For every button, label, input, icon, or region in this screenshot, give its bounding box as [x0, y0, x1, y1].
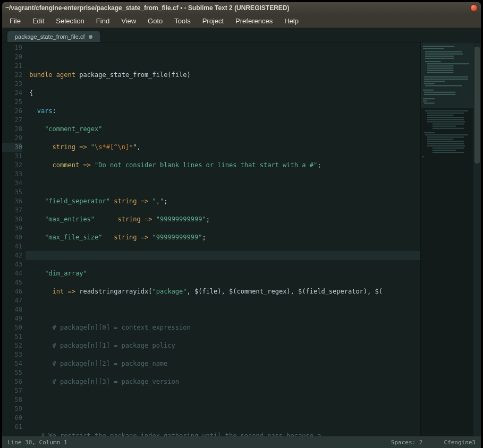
line-number-gutter[interactable]: 1920212223242526272829303132333435363738…	[2, 42, 26, 436]
line-number: 41	[2, 242, 22, 251]
svg-rect-29	[427, 121, 465, 122]
app-window: ~/vagrant/cfengine-enterprise/package_st…	[2, 2, 481, 448]
svg-rect-20	[424, 94, 455, 95]
tab-bar: package_state_from_file.cf	[2, 28, 481, 42]
line-number: 58	[2, 395, 22, 404]
line-number: 56	[2, 377, 22, 386]
line-number: 23	[2, 80, 22, 89]
status-indent[interactable]: Spaces: 2	[391, 439, 423, 446]
line-number: 49	[2, 314, 22, 323]
svg-rect-43	[422, 156, 424, 157]
line-number: 43	[2, 260, 22, 269]
svg-rect-32	[433, 128, 464, 129]
line-number: 45	[2, 278, 22, 287]
line-number: 46	[2, 287, 22, 296]
line-number: 38	[2, 215, 22, 224]
svg-rect-40	[433, 148, 464, 149]
line-number: 24	[2, 89, 22, 98]
titlebar[interactable]: ~/vagrant/cfengine-enterprise/package_st…	[2, 2, 481, 14]
status-syntax[interactable]: Cfengine3	[444, 439, 476, 446]
line-number: 47	[2, 296, 22, 305]
line-number: 39	[2, 224, 22, 233]
menu-goto[interactable]: Goto	[142, 15, 168, 27]
editor: 1920212223242526272829303132333435363738…	[2, 42, 481, 436]
menubar: File Edit Selection Find View Goto Tools…	[2, 14, 481, 28]
line-number: 34	[2, 179, 22, 188]
menu-find[interactable]: Find	[91, 15, 115, 27]
close-icon[interactable]	[470, 4, 478, 12]
line-number: 21	[2, 62, 22, 71]
line-number: 29	[2, 134, 22, 143]
line-number: 28	[2, 125, 22, 134]
menu-project[interactable]: Project	[197, 15, 229, 27]
line-number: 52	[2, 341, 22, 350]
svg-rect-27	[427, 117, 464, 118]
menu-view[interactable]: View	[116, 15, 141, 27]
svg-rect-1	[423, 46, 454, 47]
line-number: 48	[2, 305, 22, 314]
svg-rect-13	[424, 76, 468, 77]
menu-selection[interactable]: Selection	[50, 15, 89, 27]
line-number: 50	[2, 323, 22, 332]
svg-rect-38	[427, 143, 464, 144]
menu-file[interactable]: File	[4, 15, 26, 27]
line-number: 20	[2, 53, 22, 62]
code-area[interactable]: bundle agent package_state_from_file(fil…	[26, 42, 420, 436]
menu-help[interactable]: Help	[279, 15, 304, 27]
svg-rect-15	[424, 81, 445, 82]
svg-rect-12	[427, 72, 454, 73]
svg-rect-30	[433, 124, 464, 125]
line-number: 33	[2, 170, 22, 179]
menu-tools[interactable]: Tools	[169, 15, 196, 27]
svg-rect-7	[425, 61, 441, 62]
line-number: 36	[2, 197, 22, 206]
svg-rect-35	[427, 136, 464, 137]
line-number: 40	[2, 233, 22, 242]
svg-rect-16	[424, 83, 435, 84]
svg-rect-25	[427, 113, 464, 114]
line-number: 37	[2, 206, 22, 215]
svg-rect-33	[424, 132, 435, 133]
svg-rect-37	[427, 141, 464, 142]
minimap[interactable]	[420, 42, 473, 436]
svg-rect-21	[423, 98, 435, 99]
vertical-scrollbar[interactable]	[473, 42, 481, 436]
menu-preferences[interactable]: Preferences	[230, 15, 278, 27]
minimap-icon	[421, 42, 473, 436]
svg-rect-39	[427, 145, 465, 147]
svg-rect-17	[425, 85, 462, 86]
svg-rect-41	[433, 150, 456, 151]
window-title: ~/vagrant/cfengine-enterprise/package_st…	[5, 4, 470, 12]
line-number: 31	[2, 152, 22, 161]
scrollbar-thumb[interactable]	[474, 47, 480, 163]
line-number: 25	[2, 98, 22, 107]
tab-label: package_state_from_file.cf	[15, 33, 84, 40]
svg-rect-5	[425, 56, 454, 57]
line-number: 30	[2, 143, 22, 152]
svg-rect-6	[425, 58, 454, 59]
line-number: 42	[2, 251, 22, 260]
line-number: 53	[2, 350, 22, 359]
svg-rect-42	[433, 152, 464, 153]
svg-rect-19	[424, 92, 455, 93]
svg-rect-9	[427, 65, 454, 66]
svg-rect-22	[423, 100, 427, 101]
svg-rect-18	[423, 90, 434, 91]
svg-rect-34	[425, 134, 468, 135]
line-number: 55	[2, 368, 22, 377]
line-number: 60	[2, 413, 22, 423]
line-number: 19	[2, 44, 22, 53]
svg-rect-3	[425, 51, 462, 52]
status-bar: Line 30, Column 1 Spaces: 2 Cfengine3	[2, 436, 481, 448]
svg-rect-26	[427, 115, 454, 116]
line-number: 26	[2, 107, 22, 116]
svg-rect-8	[427, 63, 469, 64]
line-number: 51	[2, 332, 22, 341]
line-number: 59	[2, 404, 22, 413]
svg-rect-2	[423, 48, 444, 49]
line-number: 54	[2, 359, 22, 368]
tab-file[interactable]: package_state_from_file.cf	[7, 31, 100, 42]
line-number: 32	[2, 161, 22, 170]
menu-edit[interactable]: Edit	[27, 15, 49, 27]
line-number: 44	[2, 269, 22, 278]
